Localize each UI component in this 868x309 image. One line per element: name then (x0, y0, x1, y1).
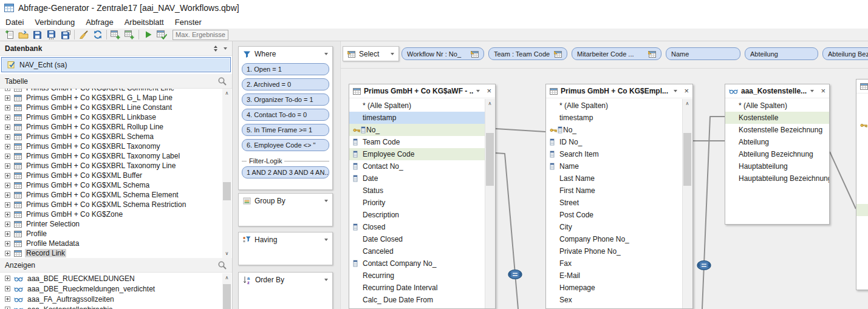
field-row[interactable] (856, 204, 868, 216)
expand-plus-icon[interactable] (5, 89, 10, 91)
expand-plus-icon[interactable] (5, 202, 10, 208)
table-tree-item[interactable]: Record Link (0, 248, 223, 258)
menu-item-verbindung[interactable]: Verbindung (29, 16, 80, 28)
table-tree-scrollbar[interactable] (222, 89, 231, 258)
close-icon[interactable]: × (821, 88, 825, 94)
field-row[interactable] (856, 253, 868, 265)
table-tree-item[interactable]: Profile Metadata (0, 239, 223, 248)
field-row[interactable]: * (Alle Spalten) (349, 100, 485, 112)
field-row[interactable]: timestamp (546, 112, 683, 124)
expand-plus-icon[interactable] (5, 163, 10, 169)
table-tree-item[interactable]: Primus GmbH + Co KG$XML Buffer (0, 171, 223, 180)
menu-item-abfrage[interactable]: Abfrage (80, 16, 119, 28)
field-row[interactable]: Company Phone No_ (546, 233, 683, 245)
field-row[interactable]: * (Alle Spalten) (725, 100, 829, 112)
expand-plus-icon[interactable] (5, 124, 10, 130)
select-column-chip[interactable]: Team : Team Code (488, 47, 567, 60)
join-line[interactable] (496, 153, 518, 309)
search-icon[interactable] (217, 76, 227, 86)
close-icon[interactable]: × (684, 88, 689, 94)
field-row[interactable] (856, 168, 868, 180)
field-row[interactable] (856, 192, 868, 204)
field-row[interactable]: Fax (546, 257, 683, 270)
database-connection[interactable]: NAV_Echt (sa) (1, 57, 231, 72)
chevron-down-icon[interactable] (324, 53, 328, 55)
field-row[interactable]: E-Mail (546, 270, 683, 282)
table-tree-item[interactable]: Primus GmbH + Co KG$XBRL Comment Line (0, 89, 223, 93)
chevron-down-icon[interactable] (674, 90, 677, 92)
where-condition-pill[interactable]: 2. Archived = 0 (242, 78, 329, 90)
field-row[interactable]: Date (349, 172, 485, 185)
expand-plus-icon[interactable] (5, 276, 10, 281)
expand-plus-icon[interactable] (5, 192, 10, 198)
field-row[interactable]: Kostenstelle (725, 112, 829, 124)
field-row[interactable]: Date Closed (349, 233, 485, 245)
field-row[interactable] (856, 119, 868, 131)
panel-header[interactable]: aaa_Kostenstelle...× (725, 84, 829, 98)
join-equals-node[interactable] (697, 261, 711, 270)
field-row[interactable]: ID No_ (546, 136, 683, 148)
field-row[interactable]: Employee Code (349, 148, 485, 160)
panel-scrollbar[interactable] (485, 99, 495, 308)
table-tree-item[interactable]: Printer Selection (0, 219, 223, 229)
panel-header[interactable]: × (856, 80, 868, 93)
table-tree-item[interactable]: Primus GmbH + Co KG$XML Schema Restricti… (0, 200, 223, 209)
table-tree-item[interactable]: Primus GmbH + Co KG$XBRL Line Constant (0, 103, 223, 112)
table-tree-item[interactable]: Primus GmbH + Co KG$XBRL Schema (0, 132, 223, 141)
add-view-button[interactable] (123, 29, 137, 41)
expand-plus-icon[interactable] (5, 286, 10, 291)
select-column-chip[interactable]: Workflow Nr : No_ (402, 47, 484, 60)
table-tree-item[interactable]: Primus GmbH + Co KG$XBRL Taxonomy Label (0, 151, 223, 161)
field-row[interactable] (856, 216, 868, 228)
field-row[interactable]: Calc_ Due Date From (349, 294, 485, 306)
expand-plus-icon[interactable] (5, 115, 10, 120)
field-row[interactable]: Hauptabteilung (725, 160, 829, 172)
field-row[interactable]: Contact Company No_ (349, 257, 485, 270)
field-row[interactable] (856, 131, 868, 143)
new-query-button[interactable] (2, 29, 16, 41)
close-icon[interactable]: × (487, 88, 491, 94)
refresh-button[interactable] (91, 29, 104, 41)
field-row[interactable]: No_ (349, 124, 485, 136)
clean-button[interactable] (77, 29, 91, 41)
scrollbar-thumb[interactable] (683, 133, 691, 186)
scrollbar-thumb[interactable] (223, 182, 231, 200)
chevron-down-icon[interactable] (476, 90, 480, 92)
expand-plus-icon[interactable] (5, 144, 10, 149)
field-row[interactable]: Last Name (546, 172, 683, 185)
expand-plus-icon[interactable] (5, 183, 10, 188)
expand-plus-icon[interactable] (5, 212, 10, 217)
field-row[interactable]: Closed (349, 221, 485, 233)
scroll-down-icon[interactable] (222, 249, 231, 258)
join-line[interactable] (702, 117, 725, 309)
panel-header[interactable]: Primus GmbH + Co KG$Empl...× (546, 84, 692, 98)
join-line[interactable] (830, 152, 856, 209)
add-table-button[interactable] (109, 29, 123, 41)
run-button[interactable] (141, 29, 155, 41)
field-row[interactable] (856, 265, 868, 277)
field-row[interactable]: City (546, 221, 683, 233)
search-icon[interactable] (217, 260, 227, 270)
open-query-button[interactable] (16, 29, 30, 41)
save-all-button[interactable] (58, 29, 72, 41)
expand-plus-icon[interactable] (5, 251, 10, 256)
field-row[interactable]: Street (546, 197, 683, 209)
filter-logic-pill[interactable]: 1 AND 2 AND 3 AND 4 AN... (242, 166, 329, 178)
where-condition-pill[interactable]: 1. Open = 1 (242, 63, 329, 75)
table-tree-item[interactable]: Primus GmbH + Co KG$XBRL Linkbase (0, 112, 223, 122)
sort-toggle-icon[interactable] (214, 46, 217, 52)
scroll-up-icon[interactable] (683, 99, 692, 108)
order-by-header[interactable]: az Order By (239, 273, 332, 287)
max-results-input[interactable] (173, 30, 228, 40)
field-row[interactable]: Priority (349, 197, 485, 209)
view-list-item[interactable]: aaa_FA_Auftragssollzeiten (0, 294, 223, 304)
menu-item-fenster[interactable]: Fenster (169, 16, 207, 28)
panel-header[interactable]: Primus GmbH + Co KG$aWF - ...× (349, 84, 495, 98)
field-row[interactable]: Abteilung (725, 136, 829, 148)
having-header[interactable]: Having (239, 233, 332, 247)
expand-plus-icon[interactable] (5, 222, 10, 227)
where-header[interactable]: Where (239, 47, 332, 61)
field-row[interactable]: Post Code (546, 209, 683, 221)
expand-plus-icon[interactable] (5, 231, 10, 237)
field-row[interactable]: timestamp (349, 112, 485, 124)
